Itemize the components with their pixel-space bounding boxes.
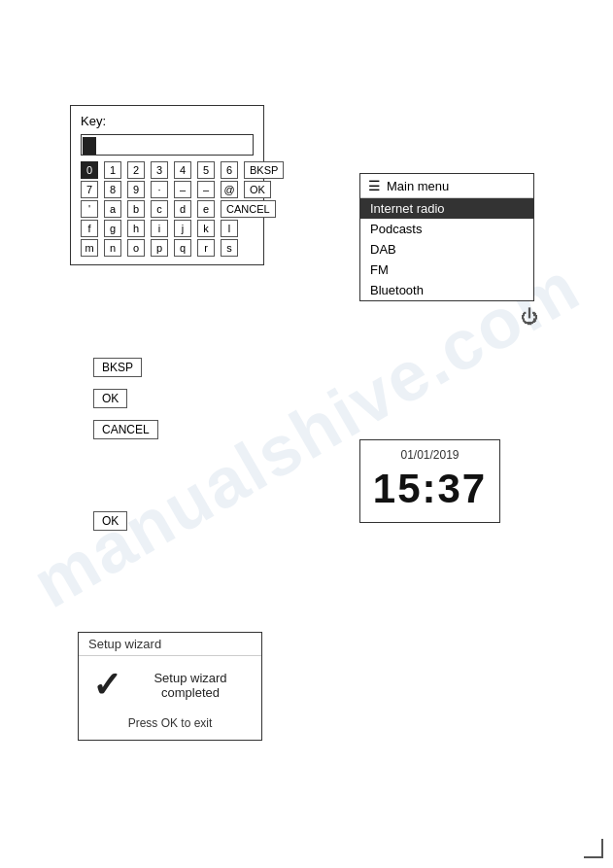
key-btn-6[interactable]: 6 xyxy=(221,161,238,179)
key-btn-7[interactable]: 7 xyxy=(81,181,98,198)
setup-wizard-body: ✓ Setup wizard completed xyxy=(79,656,261,711)
cancel-button[interactable]: CANCEL xyxy=(93,420,158,439)
key-btn-p[interactable]: p xyxy=(151,239,168,257)
key-btn-i[interactable]: i xyxy=(151,220,168,237)
key-btn-s[interactable]: s xyxy=(221,239,238,257)
bksp-inline-btn[interactable]: BKSP xyxy=(244,161,284,179)
clock-panel: 01/01/2019 15:37 xyxy=(359,439,500,523)
menu-item-fm[interactable]: FM xyxy=(360,260,533,280)
key-btn-9[interactable]: 9 xyxy=(127,181,145,198)
key-row-3-left: f g h i j k l xyxy=(81,220,254,237)
key-btn-3[interactable]: 3 xyxy=(151,161,168,179)
menu-item-internet-radio[interactable]: Internet radio xyxy=(360,198,533,219)
key-row-2: ' a b c d e CANCEL xyxy=(81,200,254,218)
key-btn-c[interactable]: c xyxy=(151,200,168,218)
key-btn-r[interactable]: r xyxy=(197,239,215,257)
key-btn-f[interactable]: f xyxy=(81,220,98,237)
menu-item-podcasts[interactable]: Podcasts xyxy=(360,219,533,239)
key-row-4: m n o p q r s xyxy=(81,239,254,257)
key-btn-dash2[interactable]: – xyxy=(197,181,215,198)
menu-item-bluetooth[interactable]: Bluetooth xyxy=(360,280,533,300)
corner-mark xyxy=(584,839,603,858)
ok-button[interactable]: OK xyxy=(93,389,127,408)
setup-completed-text: Setup wizard completed xyxy=(133,671,248,700)
key-btn-dash1[interactable]: – xyxy=(174,181,191,198)
key-btn-o[interactable]: o xyxy=(127,239,145,257)
key-row-2-left: ' a b c d e xyxy=(81,200,215,218)
key-cursor xyxy=(83,137,96,155)
cancel-inline-btn[interactable]: CANCEL xyxy=(221,200,276,218)
key-btn-at[interactable]: @ xyxy=(221,181,238,198)
key-btn-h[interactable]: h xyxy=(127,220,145,237)
key-actions-cancel: CANCEL xyxy=(221,200,276,218)
key-btn-g[interactable]: g xyxy=(104,220,121,237)
key-btn-b[interactable]: b xyxy=(127,200,145,218)
key-row-0-left: 0 1 2 3 4 5 6 xyxy=(81,161,238,179)
key-row-1: 7 8 9 · – – @ OK xyxy=(81,181,254,198)
main-menu-panel: ☰ Main menu Internet radio Podcasts DAB … xyxy=(359,173,534,301)
ok2-button[interactable]: OK xyxy=(93,511,127,531)
key-btn-d[interactable]: d xyxy=(174,200,191,218)
power-icon[interactable]: ⏻ xyxy=(521,307,538,328)
setup-checkmark-icon: ✓ xyxy=(92,668,121,703)
key-actions: BKSP xyxy=(244,161,284,179)
key-btn-apos[interactable]: ' xyxy=(81,200,98,218)
key-panel: Key: 0 1 2 3 4 5 6 BKSP xyxy=(70,105,264,265)
key-btn-q[interactable]: q xyxy=(174,239,191,257)
key-btn-5[interactable]: 5 xyxy=(197,161,215,179)
key-grid: 0 1 2 3 4 5 6 BKSP 7 8 9 · xyxy=(81,161,254,257)
key-btn-e[interactable]: e xyxy=(197,200,215,218)
main-menu-header: ☰ Main menu xyxy=(360,174,533,198)
clock-time: 15:37 xyxy=(372,466,488,512)
key-btn-j[interactable]: j xyxy=(174,220,191,237)
ok-inline-btn[interactable]: OK xyxy=(244,181,271,198)
key-btn-8[interactable]: 8 xyxy=(104,181,121,198)
setup-wizard-panel: Setup wizard ✓ Setup wizard completed Pr… xyxy=(78,632,262,741)
setup-footer: Press OK to exit xyxy=(79,711,261,740)
key-input-row[interactable] xyxy=(81,134,254,156)
key-btn-m[interactable]: m xyxy=(81,239,98,257)
main-menu-title: Main menu xyxy=(387,179,449,193)
menu-icon: ☰ xyxy=(368,178,381,193)
key-row-4-left: m n o p q r s xyxy=(81,239,254,257)
key-btn-2[interactable]: 2 xyxy=(127,161,145,179)
key-btn-n[interactable]: n xyxy=(104,239,121,257)
key-btn-a[interactable]: a xyxy=(104,200,121,218)
menu-item-dab[interactable]: DAB xyxy=(360,239,533,260)
key-row-1-left: 7 8 9 · – – @ xyxy=(81,181,238,198)
key-btn-dot[interactable]: · xyxy=(151,181,168,198)
key-btn-1[interactable]: 1 xyxy=(104,161,121,179)
clock-date: 01/01/2019 xyxy=(372,448,488,462)
key-btn-l[interactable]: l xyxy=(221,220,238,237)
key-row-0: 0 1 2 3 4 5 6 BKSP xyxy=(81,161,254,179)
key-label: Key: xyxy=(81,114,254,128)
key-actions-ok: OK xyxy=(244,181,271,198)
key-btn-k[interactable]: k xyxy=(197,220,215,237)
key-btn-4[interactable]: 4 xyxy=(174,161,191,179)
key-row-3: f g h i j k l xyxy=(81,220,254,237)
key-btn-0[interactable]: 0 xyxy=(81,161,98,179)
bksp-button[interactable]: BKSP xyxy=(93,358,142,377)
setup-wizard-title: Setup wizard xyxy=(79,633,261,656)
